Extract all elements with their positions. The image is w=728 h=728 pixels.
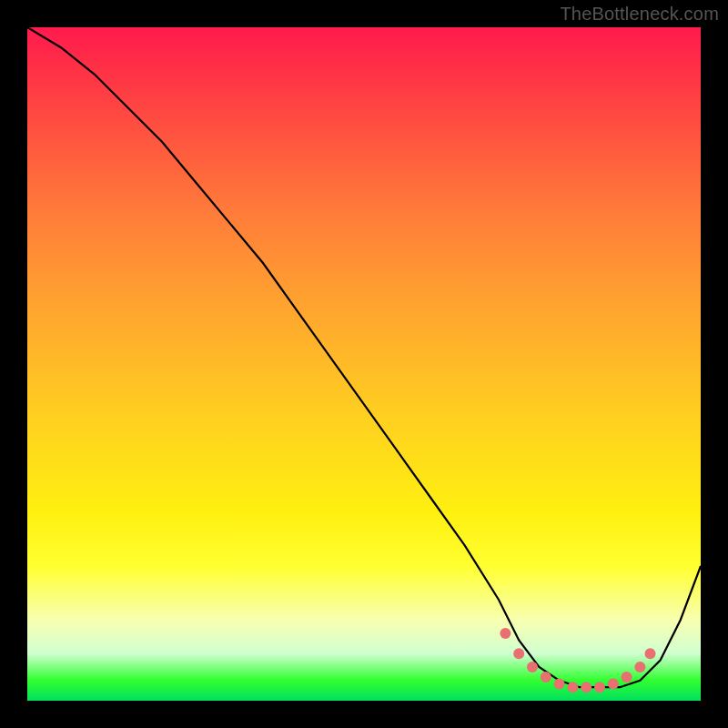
marker-dot	[608, 679, 619, 690]
marker-dot	[634, 662, 645, 672]
marker-dot	[554, 679, 565, 690]
marker-dot	[594, 682, 605, 693]
marker-dot	[500, 628, 511, 639]
marker-dot	[567, 682, 578, 693]
marker-dot	[622, 672, 632, 682]
marker-dot	[527, 662, 538, 672]
chart-area	[27, 27, 701, 701]
marker-dot	[581, 682, 592, 693]
marker-dot	[645, 648, 656, 659]
watermark-text: TheBottleneck.com	[560, 4, 719, 25]
marker-dot	[541, 672, 551, 682]
marker-dot	[513, 648, 524, 659]
bottleneck-curve-path	[27, 27, 701, 687]
chart-svg	[27, 27, 701, 701]
